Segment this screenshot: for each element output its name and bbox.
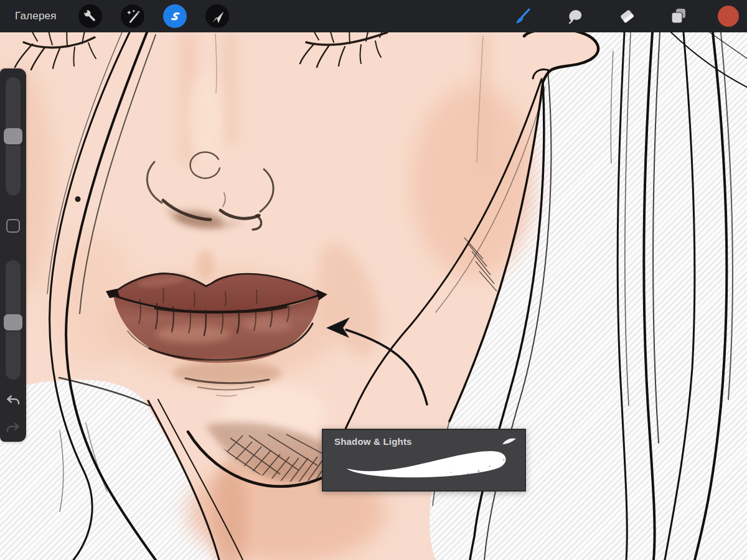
smudge-icon — [565, 6, 585, 26]
brush-preview-tooltip[interactable]: Shadow & Lights — [322, 429, 526, 492]
layers-icon — [669, 6, 688, 26]
move-arrow-icon — [208, 7, 227, 26]
drawing-canvas[interactable]: Shadow & Lights — [0, 32, 747, 560]
opacity-handle[interactable] — [4, 314, 22, 330]
color-swatch[interactable] — [718, 6, 739, 27]
magic-wand-icon — [123, 7, 142, 26]
redo-button[interactable] — [4, 418, 22, 437]
undo-button[interactable] — [4, 391, 22, 409]
transform-button[interactable] — [205, 4, 229, 28]
wrench-icon — [81, 7, 100, 26]
actions-button[interactable] — [78, 4, 102, 28]
selection-button-active[interactable] — [163, 4, 187, 28]
layers-button[interactable] — [669, 6, 688, 26]
modify-button[interactable] — [6, 219, 20, 233]
paint-tool-active[interactable] — [513, 6, 533, 26]
beauty-mark — [75, 197, 81, 202]
s-logo-icon — [166, 7, 184, 26]
gallery-button[interactable]: Галерея — [15, 10, 57, 22]
eraser-icon — [618, 6, 637, 26]
brush-size-handle[interactable] — [4, 128, 22, 144]
adjustments-button[interactable] — [121, 4, 144, 28]
procreate-app: Shadow & Lights Галерея — [0, 0, 747, 560]
smudge-tool[interactable] — [565, 6, 585, 26]
redo-icon — [7, 424, 19, 432]
toolbar: Галерея — [0, 0, 747, 32]
brush-stroke-sample — [323, 430, 527, 493]
side-toolbar — [0, 68, 26, 442]
brush-icon — [513, 6, 533, 26]
erase-tool[interactable] — [618, 6, 637, 26]
undo-icon — [8, 396, 19, 404]
